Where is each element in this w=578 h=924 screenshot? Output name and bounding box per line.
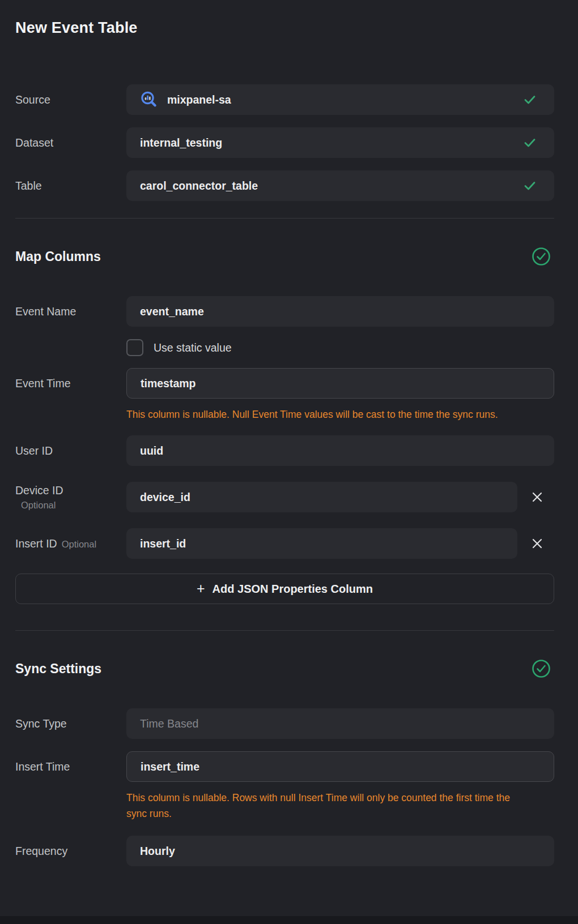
insert-time-value: insert_time xyxy=(141,760,199,773)
device-id-row: Device ID Optional device_id xyxy=(15,482,554,512)
event-name-value: event_name xyxy=(140,305,204,318)
user-id-row: User ID uuid xyxy=(15,435,554,466)
frequency-row: Frequency Hourly xyxy=(15,836,554,866)
user-id-input[interactable]: uuid xyxy=(126,435,554,466)
table-value: carol_connector_table xyxy=(140,179,258,192)
dataset-input[interactable]: internal_testing xyxy=(126,127,554,158)
sync-type-row: Sync Type Time Based xyxy=(15,708,554,739)
section-complete-check-icon xyxy=(532,247,551,266)
add-icon: + xyxy=(197,581,205,596)
insert-time-nullable-warning: This column is nullable. Rows with null … xyxy=(126,790,530,822)
valid-check-icon xyxy=(522,135,537,150)
table-label: Table xyxy=(15,179,126,192)
remove-device-id-button[interactable] xyxy=(529,489,545,505)
close-icon xyxy=(531,537,543,550)
frequency-label: Frequency xyxy=(15,845,126,858)
event-time-input[interactable]: timestamp xyxy=(126,368,554,399)
insert-time-row: Insert Time insert_time xyxy=(15,751,554,782)
add-json-properties-column-button[interactable]: + Add JSON Properties Column xyxy=(15,574,554,604)
source-row: Source mixpanel-sa xyxy=(15,84,554,115)
frequency-select[interactable]: Hourly xyxy=(126,836,554,866)
insert-id-optional-tag: Optional xyxy=(62,539,96,549)
table-input[interactable]: carol_connector_table xyxy=(126,170,554,201)
use-static-value-row: Use static value xyxy=(126,339,554,356)
table-row: Table carol_connector_table xyxy=(15,170,554,201)
footer-edge xyxy=(0,916,578,924)
event-time-label: Event Time xyxy=(15,377,126,390)
dataset-row: Dataset internal_testing xyxy=(15,127,554,158)
dataset-label: Dataset xyxy=(15,136,126,149)
device-id-optional-tag: Optional xyxy=(21,500,126,511)
event-time-row: Event Time timestamp xyxy=(15,368,554,399)
event-name-label: Event Name xyxy=(15,305,126,318)
query-magnifier-icon xyxy=(140,91,158,109)
event-name-row: Event Name event_name xyxy=(15,296,554,327)
valid-check-icon xyxy=(522,92,537,107)
device-id-input[interactable]: device_id xyxy=(126,482,517,512)
device-id-label: Device ID xyxy=(15,484,126,497)
insert-time-input[interactable]: insert_time xyxy=(126,751,554,782)
remove-insert-id-button[interactable] xyxy=(529,536,545,551)
event-name-input[interactable]: event_name xyxy=(126,296,554,327)
map-columns-header: Map Columns xyxy=(15,247,554,266)
section-complete-check-icon xyxy=(532,659,551,678)
valid-check-icon xyxy=(522,178,537,193)
sync-settings-heading: Sync Settings xyxy=(15,661,101,677)
use-static-value-label: Use static value xyxy=(154,341,232,354)
new-event-table-form: New Event Table Source mixpanel-sa Datas… xyxy=(0,0,578,866)
user-id-label: User ID xyxy=(15,444,126,457)
sync-settings-header: Sync Settings xyxy=(15,659,554,678)
source-value: mixpanel-sa xyxy=(167,93,231,106)
insert-id-row: Insert IDOptional insert_id xyxy=(15,528,554,559)
event-time-nullable-warning: This column is nullable. Null Event Time… xyxy=(126,407,530,422)
insert-id-value: insert_id xyxy=(140,537,186,550)
sync-type-input: Time Based xyxy=(126,708,554,739)
page-title: New Event Table xyxy=(15,19,554,37)
section-divider xyxy=(15,630,554,631)
use-static-value-checkbox[interactable] xyxy=(126,339,143,356)
dataset-value: internal_testing xyxy=(140,136,222,149)
insert-time-label: Insert Time xyxy=(15,760,126,773)
add-json-properties-label: Add JSON Properties Column xyxy=(212,583,373,596)
section-divider xyxy=(15,218,554,219)
sync-type-value: Time Based xyxy=(140,717,198,730)
user-id-value: uuid xyxy=(140,444,163,457)
event-time-value: timestamp xyxy=(141,377,196,390)
sync-type-label: Sync Type xyxy=(15,717,126,730)
source-input[interactable]: mixpanel-sa xyxy=(126,84,554,115)
insert-id-label: Insert ID xyxy=(15,537,57,550)
map-columns-heading: Map Columns xyxy=(15,249,101,264)
frequency-value: Hourly xyxy=(140,845,175,858)
insert-id-input[interactable]: insert_id xyxy=(126,528,517,559)
device-id-value: device_id xyxy=(140,491,190,504)
source-label: Source xyxy=(15,93,126,106)
close-icon xyxy=(531,491,543,503)
